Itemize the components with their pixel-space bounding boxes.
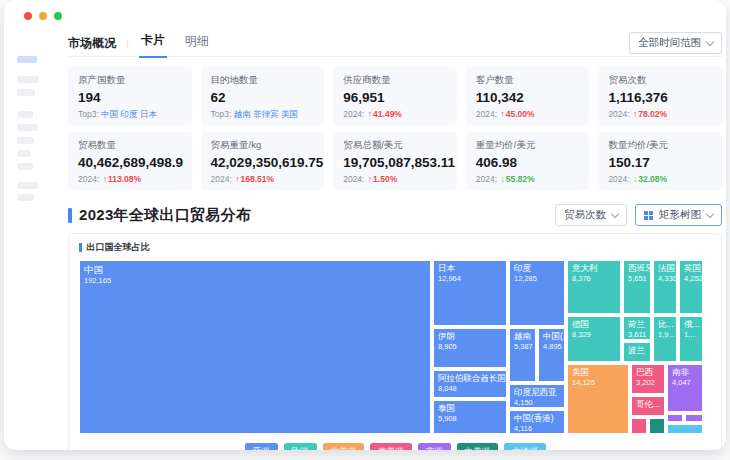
legend-central-america[interactable]: 中美洲 <box>457 443 499 450</box>
treemap-block-brazil[interactable]: 巴西 3,202 <box>631 364 665 394</box>
time-range-select[interactable]: 全部时间范围 <box>629 32 722 54</box>
block-label: 英国 <box>684 263 698 274</box>
block-label: 西班牙 <box>628 263 646 274</box>
treemap-block-france[interactable]: 法国 4,330 <box>653 260 677 314</box>
legend-oceania[interactable]: 大洋洲 <box>504 443 546 450</box>
title-accent-bar <box>68 208 72 223</box>
treemap-block-belgium[interactable]: 比... 1,9... <box>653 316 677 362</box>
block-label: 意大利 <box>572 263 616 274</box>
treemap-block-china[interactable]: 中国 192,165 <box>79 260 431 434</box>
stat-card-customers: 客户数量 110,342 2024: ↑45.00% <box>466 67 590 125</box>
chart-title: 2023年全球出口贸易分布 <box>79 206 251 225</box>
treemap-block-uae[interactable]: 阿拉伯联合酋长国 8,048 <box>433 370 507 398</box>
stat-label: 供应商数量 <box>343 74 447 87</box>
trend-value: 113.08% <box>108 174 141 184</box>
treemap-block-spain[interactable]: 西班牙 5,651 <box>623 260 651 314</box>
block-label: 波兰 <box>628 345 646 356</box>
legend-asia[interactable]: 亚洲 <box>245 443 278 450</box>
block-label: 印度尼西亚 <box>514 387 560 398</box>
legend-europe[interactable]: 欧洲 <box>284 443 317 450</box>
block-value: 1,9... <box>658 330 672 340</box>
block-label: 法国 <box>658 263 672 274</box>
minimize-window-button[interactable] <box>39 12 47 20</box>
maximize-window-button[interactable] <box>54 12 62 20</box>
treemap-block-colombia[interactable]: 哥伦... <box>631 396 665 416</box>
treemap-block-vietnam[interactable]: 越南 5,387 <box>509 328 536 382</box>
block-value: 5,908 <box>438 414 502 424</box>
treemap-block-uk[interactable]: 英国 4,252 <box>679 260 703 314</box>
block-value: 5,651 <box>628 274 646 284</box>
block-label: 越南 <box>514 331 531 342</box>
block-label: 中国(... <box>543 331 560 342</box>
treemap-block-netherlands[interactable]: 荷兰 3,611 <box>623 316 651 340</box>
arrow-up-icon: ↑ <box>368 174 372 184</box>
treemap-block-indonesia[interactable]: 印度尼西亚 4,150 <box>509 384 565 408</box>
treemap-block-japan[interactable]: 日本 12,964 <box>433 260 507 326</box>
app-window: 市场概况 | 卡片 明细 全部时间范围 原产国数量 194 Top3: 中国 印… <box>4 0 726 450</box>
block-label: 荷兰 <box>628 319 646 330</box>
treemap-grid-icon <box>644 211 653 220</box>
sidebar-skeleton-active <box>17 56 37 63</box>
tab-details[interactable]: 明细 <box>183 29 211 57</box>
chart-type-select[interactable]: 矩形树图 <box>635 204 722 226</box>
treemap-block-italy[interactable]: 意大利 8,376 <box>567 260 621 314</box>
trend-value: 45.00% <box>506 109 535 119</box>
block-value: 4,150 <box>514 398 560 408</box>
stat-cards-row-1: 原产国数量 194 Top3: 中国 印度 日本 目的地数量 62 Top3: … <box>68 67 722 125</box>
trend-value: 1.50% <box>373 174 397 184</box>
legend-south-america[interactable]: 南美洲 <box>370 443 412 450</box>
treemap-block-china-other[interactable]: 中国(... 4,895 <box>538 328 565 382</box>
stat-label: 原产国数量 <box>78 74 182 87</box>
stat-sub-prefix: 2024: <box>608 109 629 119</box>
stat-sub-prefix: 2024: <box>211 174 232 184</box>
block-label: 泰国 <box>438 403 502 414</box>
treemap-block-usa[interactable]: 美国 14,125 <box>567 364 629 434</box>
block-label: 日本 <box>438 263 502 274</box>
stat-label: 重量均价/美元 <box>476 139 580 152</box>
treemap-block-small[interactable] <box>631 418 647 434</box>
treemap-block-south-africa[interactable]: 南非 4,047 <box>667 364 703 412</box>
block-label: 中国 <box>84 263 426 276</box>
time-range-value: 全部时间范围 <box>638 36 701 50</box>
treemap-block-india[interactable]: 印度 12,285 <box>509 260 565 326</box>
block-value: 8,048 <box>438 384 502 394</box>
stat-sub-prefix: 2024: <box>608 174 629 184</box>
sidebar-skeleton <box>17 163 33 170</box>
top3-links[interactable]: 中国 印度 日本 <box>101 109 157 119</box>
treemap-block-poland[interactable]: 波兰 <box>623 342 651 362</box>
top3-links[interactable]: 越南 菲律宾 美国 <box>234 109 298 119</box>
treemap-block-thailand[interactable]: 泰国 5,908 <box>433 400 507 434</box>
window-controls <box>24 12 62 20</box>
block-value: 4,116 <box>514 424 560 434</box>
treemap-block-small[interactable] <box>667 414 683 422</box>
treemap-block-russia[interactable]: 俄... 1,... <box>679 316 703 362</box>
treemap-block-small[interactable] <box>685 414 703 422</box>
chart-legend: 亚洲 欧洲 北美洲 南美洲 非洲 中美洲 大洋洲 <box>79 443 711 450</box>
treemap-block-small[interactable] <box>649 418 665 434</box>
treemap-block-small[interactable] <box>667 424 703 434</box>
stat-label: 数量均价/美元 <box>608 139 712 152</box>
legend-africa[interactable]: 非洲 <box>418 443 451 450</box>
treemap-block-iran[interactable]: 伊朗 8,905 <box>433 328 507 368</box>
stat-value: 62 <box>211 90 315 105</box>
close-window-button[interactable] <box>24 12 32 20</box>
arrow-up-icon: ↑ <box>500 109 504 119</box>
block-label: 阿拉伯联合酋长国 <box>438 373 502 384</box>
tab-cards[interactable]: 卡片 <box>139 28 167 58</box>
metric-select[interactable]: 贸易次数 <box>555 204 627 226</box>
stat-card-trade-quantity: 贸易数量 40,462,689,498.9 2024: ↑113.08% <box>68 132 192 190</box>
trend-value: 55.82% <box>506 174 535 184</box>
sidebar-skeleton <box>17 137 34 144</box>
treemap-block-germany[interactable]: 德国 8,329 <box>567 316 621 362</box>
block-value: 1,... <box>684 330 698 340</box>
stat-value: 42,029,350,619.75 <box>211 155 315 170</box>
block-label: 德国 <box>572 319 616 330</box>
block-value: 192,165 <box>84 276 426 286</box>
arrow-up-icon: ↑ <box>103 174 107 184</box>
stat-card-avg-weight-price: 重量均价/美元 406.98 2024: ↓55.82% <box>466 132 590 190</box>
block-label: 伊朗 <box>438 331 502 342</box>
stat-card-trade-weight: 贸易重量/kg 42,029,350,619.75 2024: ↑168.51% <box>201 132 325 190</box>
stat-value: 150.17 <box>608 155 712 170</box>
treemap-block-china-hongkong[interactable]: 中国(香港) 4,116 <box>509 410 565 434</box>
legend-north-america[interactable]: 北美洲 <box>323 443 365 450</box>
